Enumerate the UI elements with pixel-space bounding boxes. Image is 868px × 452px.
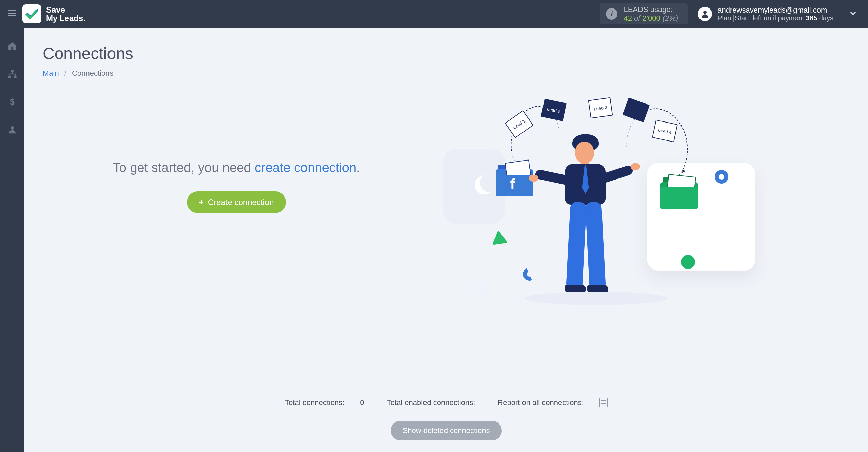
breadcrumb-separator: / bbox=[64, 69, 66, 77]
logo-checkmark-icon bbox=[22, 4, 41, 23]
document-icon[interactable] bbox=[599, 398, 608, 407]
user-plan-line: Plan |Start| left until payment 385 days bbox=[717, 14, 833, 22]
stats-row: Total connections: 0 Total enabled conne… bbox=[24, 398, 868, 407]
svg-point-3 bbox=[703, 11, 707, 14]
person-illustration bbox=[545, 132, 633, 302]
plus-icon: + bbox=[199, 197, 204, 207]
empty-state-cta: To get started, you need create connecti… bbox=[43, 101, 430, 213]
leads-usage-widget[interactable]: i LEADS usage: 42 of 2'000 (2%) bbox=[600, 3, 688, 24]
logo-text: Save My Leads. bbox=[46, 5, 85, 22]
arc-decoration-icon bbox=[521, 266, 538, 283]
main-content: Connections Main / Connections To get st… bbox=[24, 28, 868, 452]
sidebar-item-account[interactable] bbox=[5, 123, 20, 138]
breadcrumb: Main / Connections bbox=[43, 69, 850, 78]
breadcrumb-current: Connections bbox=[72, 69, 113, 77]
create-connection-button[interactable]: + Create connection bbox=[187, 191, 286, 213]
create-connection-link[interactable]: create connection bbox=[255, 161, 356, 175]
enabled-connections-stat: Total enabled connections: bbox=[387, 398, 475, 407]
home-icon bbox=[7, 41, 17, 53]
facebook-folder-icon: f bbox=[496, 169, 533, 196]
sidebar-item-home[interactable] bbox=[5, 39, 20, 54]
user-email: andrewsavemyleads@gmail.com bbox=[717, 6, 833, 14]
lead-paper-3: Lead 3 bbox=[588, 97, 613, 119]
arrow-down-icon: ➤ bbox=[681, 167, 686, 175]
leads-usage-value: 42 of 2'000 (2%) bbox=[624, 14, 678, 23]
user-avatar-icon bbox=[698, 7, 712, 21]
leads-usage-label: LEADS usage: bbox=[624, 5, 678, 14]
user-menu-caret[interactable] bbox=[848, 8, 858, 19]
dollar-icon: $ bbox=[7, 97, 17, 108]
total-connections-stat: Total connections: 0 bbox=[278, 398, 373, 407]
empty-state-prompt: To get started, you need create connecti… bbox=[43, 159, 430, 176]
chevron-down-icon bbox=[848, 13, 858, 19]
info-icon: i bbox=[606, 8, 617, 20]
sidebar: $ bbox=[0, 28, 24, 452]
destination-folder-icon bbox=[660, 182, 698, 209]
topbar: Save My Leads. i LEADS usage: 42 of 2'00… bbox=[0, 0, 868, 28]
svg-rect-6 bbox=[14, 76, 17, 78]
svg-point-8 bbox=[11, 126, 14, 130]
user-menu[interactable]: andrewsavemyleads@gmail.com Plan |Start|… bbox=[698, 6, 833, 22]
breadcrumb-main-link[interactable]: Main bbox=[43, 69, 59, 77]
create-connection-button-label: Create connection bbox=[208, 197, 274, 207]
logo[interactable]: Save My Leads. bbox=[22, 4, 85, 23]
menu-toggle-button[interactable] bbox=[5, 6, 20, 21]
hamburger-icon bbox=[7, 8, 17, 20]
show-deleted-connections-button[interactable]: Show deleted connections bbox=[391, 421, 502, 440]
svg-rect-4 bbox=[11, 70, 14, 72]
sitemap-icon bbox=[7, 69, 17, 80]
svg-text:$: $ bbox=[10, 97, 15, 107]
svg-rect-5 bbox=[8, 76, 11, 78]
report-connections-stat: Report on all connections: bbox=[491, 398, 614, 407]
empty-state-illustration: ➤ f Lead 1 Lead 2 Lead 3 Lead 4 bbox=[443, 101, 850, 319]
page-title: Connections bbox=[43, 44, 850, 63]
sidebar-item-connections[interactable] bbox=[5, 67, 20, 82]
sidebar-item-billing[interactable]: $ bbox=[5, 95, 20, 110]
user-icon bbox=[7, 125, 17, 136]
triangle-decoration-icon bbox=[490, 229, 508, 245]
